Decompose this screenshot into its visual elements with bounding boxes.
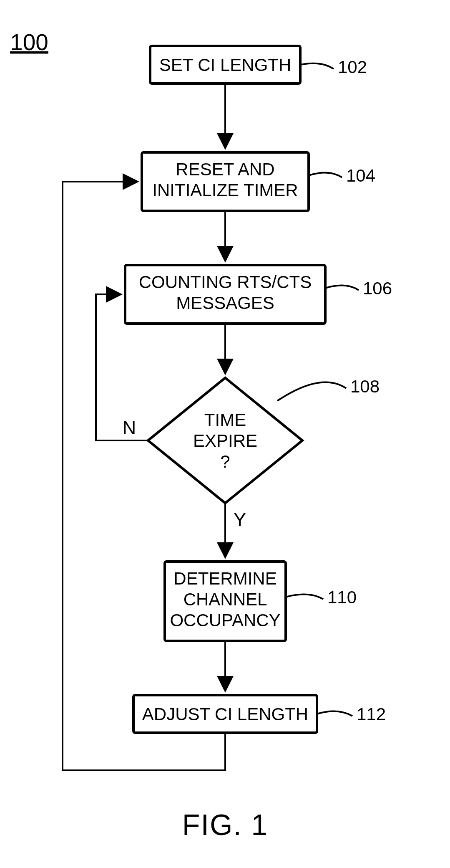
node-104-line2: INITIALIZE TIMER <box>152 180 298 200</box>
node-counting-messages: COUNTING RTS/CTS MESSAGES 106 <box>125 265 392 324</box>
node-108-line2: EXPIRE <box>193 431 257 450</box>
node-102-line1: SET CI LENGTH <box>159 55 292 75</box>
ref-112: 112 <box>357 704 386 724</box>
figure-label: FIG. 1 <box>182 809 268 841</box>
ref-108: 108 <box>350 377 380 396</box>
node-108-line3: ? <box>220 452 230 471</box>
ref-106: 106 <box>363 278 392 298</box>
ref-102: 102 <box>338 57 367 77</box>
figure-ref: 100 <box>10 29 48 55</box>
edge-108-yes-110: Y <box>225 503 246 557</box>
node-determine-occupancy: DETERMINE CHANNEL OCCUPANCY 110 <box>165 562 357 641</box>
node-set-ci-length: SET CI LENGTH 102 <box>150 46 367 84</box>
node-112-line1: ADJUST CI LENGTH <box>142 704 308 724</box>
node-110-line3: OCCUPANCY <box>170 610 280 630</box>
node-106-line2: MESSAGES <box>176 293 274 313</box>
ref-110: 110 <box>327 587 357 607</box>
node-time-expire: TIME EXPIRE ? 108 <box>148 377 380 503</box>
node-106-line1: COUNTING RTS/CTS <box>139 272 312 292</box>
node-108-line1: TIME <box>204 410 246 430</box>
node-104-line1: RESET AND <box>176 159 274 179</box>
node-adjust-ci-length: ADJUST CI LENGTH 112 <box>133 695 386 733</box>
label-no: N <box>123 417 136 438</box>
node-110-line1: DETERMINE <box>173 569 277 588</box>
label-yes: Y <box>234 509 246 530</box>
node-110-line2: CHANNEL <box>184 590 267 609</box>
node-reset-timer: RESET AND INITIALIZE TIMER 104 <box>142 152 375 211</box>
ref-104: 104 <box>346 166 375 185</box>
